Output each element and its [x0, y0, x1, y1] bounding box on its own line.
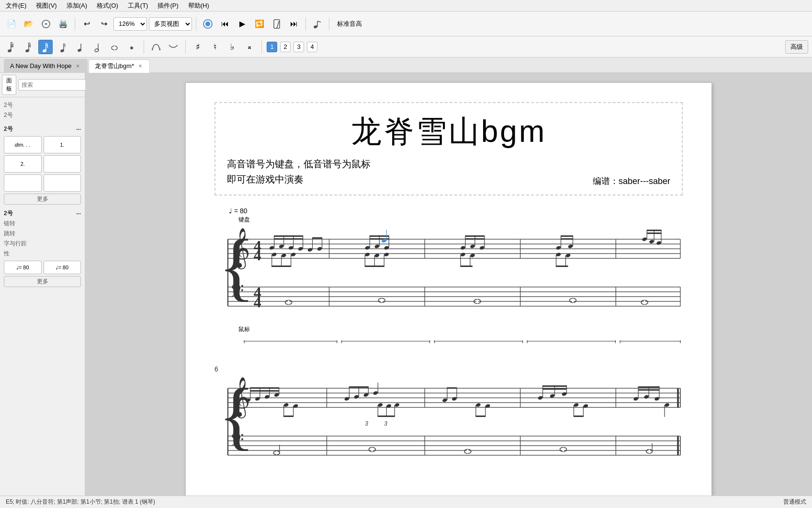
voice-3-btn[interactable]: 3 — [293, 42, 304, 52]
sidebar-section-2-label: 2号 — [4, 125, 13, 133]
note-whole-btn[interactable] — [107, 40, 122, 54]
palette-item-dim[interactable]: dim. . . — [4, 136, 42, 153]
zoom-select[interactable]: 50%75%100%126%150%200% — [113, 17, 147, 31]
double-sharp-btn[interactable]: 𝄪 — [242, 40, 257, 54]
sidebar-section-3-more-icon[interactable]: ··· — [76, 210, 81, 217]
svg-text:𝄞: 𝄞 — [230, 228, 250, 269]
system-2-number: 6 — [214, 365, 683, 373]
svg-text:4: 4 — [254, 247, 261, 264]
voice-4-btn[interactable]: 4 — [307, 42, 317, 52]
svg-point-90 — [556, 245, 562, 250]
svg-point-46 — [298, 246, 304, 251]
menu-help[interactable]: 帮助(H) — [186, 0, 211, 11]
standard-pitch-label: 标准音高 — [333, 20, 366, 28]
redo-btn[interactable]: ↪ — [96, 16, 112, 32]
main-toolbar: 📄 📂 🖨️ ↩ ↪ 50%75%100%126%150%200% 单页视图多页… — [0, 12, 812, 36]
print-btn[interactable]: 🖨️ — [56, 16, 71, 32]
sidebar-item-2hao-2[interactable]: 2号 — [2, 110, 83, 120]
new-file-btn[interactable]: 📄 — [4, 16, 19, 32]
advanced-btn[interactable]: 高级 — [785, 40, 808, 54]
svg-point-77 — [460, 245, 466, 250]
note-16th-btn[interactable] — [38, 40, 53, 54]
svg-line-4 — [277, 21, 279, 28]
note-input-toggle[interactable] — [310, 16, 325, 32]
natural-btn[interactable]: ♮ — [208, 40, 222, 54]
note-quarter-btn[interactable] — [73, 40, 87, 54]
undo-btn[interactable]: ↩ — [79, 16, 94, 32]
palette-dim-label: dim. . . — [15, 142, 31, 148]
menu-bar: 文件(E) 视图(V) 添加(A) 格式(O) 工具(T) 插件(P) 帮助(H… — [0, 0, 812, 12]
tab-close-a-new-day[interactable]: × — [75, 63, 81, 69]
menu-plugins[interactable]: 插件(P) — [156, 0, 180, 11]
tempo-more-btn[interactable]: 更多 — [4, 276, 81, 287]
save-online-btn[interactable] — [38, 16, 54, 32]
svg-rect-76 — [365, 266, 384, 267]
svg-point-96 — [556, 252, 562, 257]
rewind-btn[interactable]: ⏮ — [217, 16, 233, 32]
palette-item-blank3[interactable] — [44, 174, 81, 192]
tab-close-longji[interactable]: × — [137, 63, 144, 69]
panel-btn[interactable]: 面板 — [2, 75, 16, 95]
open-file-btn[interactable]: 📂 — [21, 16, 36, 32]
svg-point-55 — [271, 252, 277, 257]
view-mode-select[interactable]: 单页视图多页视图连续视图 — [149, 17, 192, 31]
svg-rect-227 — [638, 386, 659, 388]
note-8th-btn[interactable] — [56, 40, 70, 54]
menu-view[interactable]: 视图(V) — [34, 0, 58, 11]
slur-btn[interactable] — [166, 40, 180, 54]
play-btn[interactable]: ▶ — [235, 16, 250, 32]
svg-point-175 — [283, 403, 289, 407]
tab-longji[interactable]: 龙脊雪山bgm* × — [89, 59, 150, 73]
sidebar-item-2hao-1[interactable]: 2号 — [2, 100, 83, 110]
voice-2-btn[interactable]: 2 — [280, 42, 291, 52]
svg-text:3: 3 — [384, 420, 387, 427]
palette-item-1volta[interactable]: 1. — [44, 136, 81, 153]
tempo-item-2[interactable]: ♩= 80 — [44, 261, 81, 274]
sidebar-item-spacing[interactable]: 字与行距 — [2, 239, 83, 249]
palette-item-blank2[interactable] — [4, 174, 42, 192]
sharp-btn[interactable]: ♯ — [191, 40, 205, 54]
note-32nd-btn[interactable] — [21, 40, 35, 54]
svg-point-92 — [568, 244, 574, 249]
svg-line-7 — [317, 21, 321, 22]
treble-m8 — [442, 387, 491, 417]
svg-text:𝄢: 𝄢 — [230, 430, 244, 454]
svg-rect-49 — [274, 238, 303, 240]
tabs-row: A New Day With Hope × 龙脊雪山bgm* × — [0, 58, 812, 73]
note-half-btn[interactable] — [90, 40, 104, 54]
menu-file[interactable]: 文件(E) — [4, 0, 28, 11]
svg-point-79 — [470, 244, 475, 249]
svg-point-128 — [381, 298, 383, 302]
mixer-btn[interactable] — [200, 16, 215, 32]
palette-more-btn[interactable]: 更多 — [4, 194, 81, 205]
sidebar-item-xing[interactable]: 性 — [2, 249, 83, 259]
svg-rect-84 — [465, 238, 485, 240]
voice-1-btn[interactable]: 1 — [267, 42, 277, 52]
end-btn[interactable]: ⏭ — [286, 16, 302, 32]
svg-point-245 — [276, 451, 278, 455]
score-area[interactable]: 龙脊雪山bgm 高音谱号为键盘，低音谱号为鼠标 即可在游戏中演奏 编谱：sabe… — [85, 73, 812, 496]
sidebar-item-tiao[interactable]: 跳转 — [2, 229, 83, 239]
svg-point-70 — [364, 252, 370, 257]
staff-system-2: 6 { 𝄞 — [214, 365, 683, 479]
svg-rect-214 — [543, 385, 567, 387]
menu-tools[interactable]: 工具(T) — [126, 0, 150, 11]
sidebar-item-zhuan[interactable]: 链转 — [2, 219, 83, 229]
ottava-brackets — [214, 336, 683, 346]
palette-volta-label: 1. — [60, 142, 64, 148]
note-dot-btn[interactable] — [124, 40, 139, 54]
palette-item-2volta[interactable]: 2. — [4, 155, 42, 173]
tuplet-btn[interactable] — [149, 40, 163, 54]
metronome-btn[interactable] — [269, 16, 284, 32]
menu-add[interactable]: 添加(A) — [65, 0, 89, 11]
menu-format[interactable]: 格式(O) — [95, 0, 120, 11]
palette-row-1: dim. . . 1. — [4, 136, 81, 153]
svg-rect-108 — [647, 232, 661, 234]
flat-btn[interactable]: ♭ — [225, 40, 239, 54]
loop-btn[interactable]: 🔁 — [252, 16, 267, 32]
sidebar-section-2-more-icon[interactable]: ··· — [76, 126, 81, 133]
note-64th-btn[interactable] — [4, 40, 18, 54]
tempo-item-1[interactable]: ♩= 80 — [4, 261, 42, 274]
palette-item-blank[interactable] — [44, 155, 81, 173]
tab-a-new-day[interactable]: A New Day With Hope × — [4, 59, 88, 72]
